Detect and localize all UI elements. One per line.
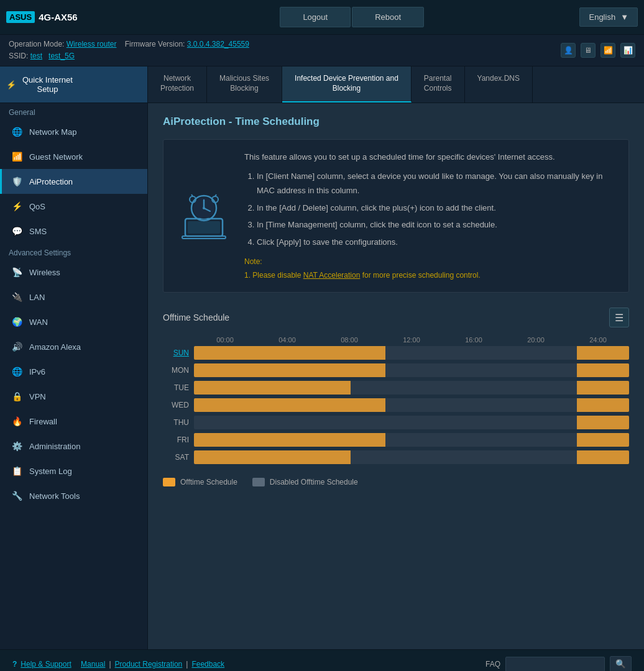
network-map-icon: 🌐 xyxy=(11,126,23,138)
sidebar-item-label: Administration xyxy=(29,442,80,451)
network-icon: 📊 xyxy=(620,43,635,58)
page-content: AiProtection - Time Scheduling xyxy=(148,103,644,650)
logo-area: ASUS 4G-AX56 xyxy=(6,11,124,23)
day-bar-sat xyxy=(194,450,629,464)
schedule-block xyxy=(577,381,629,395)
user-icon: 👤 xyxy=(561,43,576,58)
tab-network-protection[interactable]: NetworkProtection xyxy=(148,66,207,102)
faq-search-button[interactable]: 🔍 xyxy=(610,656,632,671)
page-title: AiProtection - Time Scheduling xyxy=(163,116,629,128)
tab-yandex-dns[interactable]: Yandex.DNS xyxy=(465,66,533,102)
sidebar-item-aiprotection[interactable]: 🛡️ AiProtection xyxy=(0,169,147,194)
sidebar-item-network-map[interactable]: 🌐 Network Map xyxy=(0,119,147,144)
sidebar-item-wireless[interactable]: 📡 Wireless xyxy=(0,260,147,285)
sidebar-item-administration[interactable]: ⚙️ Administration xyxy=(0,434,147,459)
footer-left: ? Help & Support Manual | Product Regist… xyxy=(12,660,224,669)
schedule-block xyxy=(577,346,629,360)
svg-rect-2 xyxy=(182,236,226,239)
time-label-08:00: 08:00 xyxy=(318,336,380,344)
sidebar-item-wan[interactable]: 🌍 WAN xyxy=(0,309,147,334)
search-icon: 🔍 xyxy=(615,659,626,669)
sidebar-item-label: Network Tools xyxy=(29,491,80,501)
sidebar-item-label: AiProtection xyxy=(29,177,73,186)
vpn-icon: 🔒 xyxy=(11,390,23,403)
faq-search-input[interactable] xyxy=(505,657,605,671)
firmware-value[interactable]: 3.0.0.4.382_45559 xyxy=(187,40,249,48)
disabled-label: Disabled Offtime Schedule xyxy=(270,478,358,486)
info-instructions: In [Client Name] column, select a device… xyxy=(244,169,616,249)
schedule-block xyxy=(577,398,629,412)
sidebar-item-qos[interactable]: ⚡ QoS xyxy=(0,194,147,219)
tab-infected-device[interactable]: Infected Device Prevention andBlocking xyxy=(282,66,412,102)
language-selector[interactable]: English ▼ xyxy=(579,7,638,27)
tab-parental-controls[interactable]: ParentalControls xyxy=(412,66,465,102)
settings-icon: ☰ xyxy=(615,312,623,324)
day-row-sun: SUN xyxy=(163,346,629,360)
help-support-link[interactable]: Help & Support xyxy=(21,660,71,669)
sidebar-item-amazon-alexa[interactable]: 🔊 Amazon Alexa xyxy=(0,334,147,359)
nat-acceleration-link[interactable]: NAT Acceleration xyxy=(303,271,361,280)
quick-setup-button[interactable]: ⚡ Quick Internet Setup xyxy=(0,66,147,103)
wireless-icon: 📡 xyxy=(11,266,23,278)
info-description: This feature allows you to set up a sche… xyxy=(244,150,616,164)
footer: ? Help & Support Manual | Product Regist… xyxy=(0,649,644,671)
sidebar-item-sms[interactable]: 💬 SMS xyxy=(0,219,147,244)
sidebar-item-lan[interactable]: 🔌 LAN xyxy=(0,285,147,309)
sidebar-item-system-log[interactable]: 📋 System Log xyxy=(0,459,147,483)
footer-right: FAQ 🔍 xyxy=(485,656,632,671)
schedule-block xyxy=(194,398,385,412)
sidebar-item-guest-network[interactable]: 📶 Guest Network xyxy=(0,144,147,169)
schedule-header: Offtime Schedule ☰ xyxy=(163,308,629,327)
tab-malicious-sites[interactable]: Malicious SitesBlocking xyxy=(207,66,282,102)
advanced-section-label: Advanced Settings xyxy=(0,244,147,260)
sidebar-item-vpn[interactable]: 🔒 VPN xyxy=(0,384,147,409)
sidebar-item-label: Wireless xyxy=(29,268,60,277)
top-nav-buttons: Logout Reboot xyxy=(124,7,579,27)
manual-link[interactable]: Manual xyxy=(81,660,105,669)
info-text: This feature allows you to set up a sche… xyxy=(244,150,616,283)
sidebar-item-label: IPv6 xyxy=(29,367,45,377)
schedule-block xyxy=(194,450,351,464)
network-tools-icon: 🔧 xyxy=(11,490,23,502)
logout-button[interactable]: Logout xyxy=(280,7,351,27)
firewall-icon: 🔥 xyxy=(11,415,23,427)
chevron-down-icon: ▼ xyxy=(620,12,628,22)
clock-laptop-svg xyxy=(179,191,229,240)
sidebar: ⚡ Quick Internet Setup General 🌐 Network… xyxy=(0,66,148,649)
ssid-5g[interactable]: test_5G xyxy=(48,52,75,60)
operation-mode-label: Operation Mode: xyxy=(9,40,64,48)
legend-offtime: Offtime Schedule xyxy=(163,478,237,486)
status-icons: 👤 🖥 📶 📊 xyxy=(561,43,635,58)
administration-icon: ⚙️ xyxy=(11,440,23,452)
product-registration-link[interactable]: Product Registration xyxy=(115,660,183,669)
day-row-fri: FRI xyxy=(163,433,629,447)
time-label-00:00: 00:00 xyxy=(194,336,256,344)
day-label-thu: THU xyxy=(163,418,194,427)
lan-icon: 🔌 xyxy=(11,291,23,303)
disabled-color-swatch xyxy=(252,478,265,486)
time-label-12:00: 12:00 xyxy=(380,336,443,344)
ssid-label: SSID: xyxy=(9,52,28,60)
ssid-2g[interactable]: test xyxy=(30,52,42,60)
reboot-button[interactable]: Reboot xyxy=(352,7,424,27)
wan-icon: 🌍 xyxy=(11,316,23,328)
time-label-24:00: 24:00 xyxy=(567,336,629,344)
schedule-block xyxy=(194,346,385,360)
status-bar: Operation Mode: Wireless router Firmware… xyxy=(0,35,644,66)
schedule-block xyxy=(194,363,385,377)
day-row-tue: TUE xyxy=(163,381,629,395)
day-rows: SUNMONTUEWEDTHUFRISAT xyxy=(163,346,629,464)
day-label-wed: WED xyxy=(163,401,194,409)
svg-rect-1 xyxy=(188,221,220,234)
operation-mode-value[interactable]: Wireless router xyxy=(67,40,117,48)
day-label-tue: TUE xyxy=(163,383,194,392)
schedule-settings-button[interactable]: ☰ xyxy=(609,308,629,327)
day-bar-mon xyxy=(194,363,629,377)
feedback-link[interactable]: Feedback xyxy=(191,660,224,669)
sidebar-item-label: WAN xyxy=(29,317,48,327)
sidebar-item-firewall[interactable]: 🔥 Firewall xyxy=(0,409,147,434)
sidebar-item-ipv6[interactable]: 🌐 IPv6 xyxy=(0,359,147,384)
sidebar-item-network-tools[interactable]: 🔧 Network Tools xyxy=(0,483,147,508)
signal-icon: 📶 xyxy=(600,43,615,58)
time-grid: 00:0004:0008:0012:0016:0020:0024:00 SUNM… xyxy=(163,336,629,468)
